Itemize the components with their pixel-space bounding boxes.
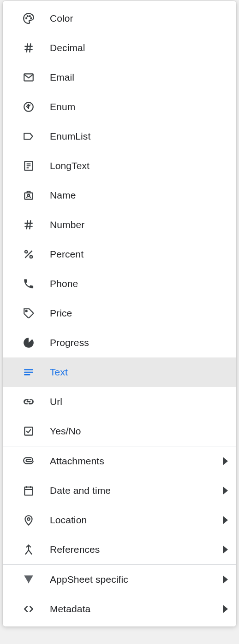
menu-item-text[interactable]: Text [3,357,236,387]
link-icon [21,394,36,409]
badge-icon [21,188,36,203]
svg-line-6 [27,43,28,53]
chevron-right-icon [223,545,228,554]
svg-point-32 [27,518,30,520]
menu-item-color[interactable]: Color [3,4,236,33]
menu-item-phone[interactable]: Phone [3,269,236,299]
svg-line-20 [25,251,32,258]
svg-point-22 [30,256,32,258]
svg-rect-28 [24,487,32,495]
menu-item-yesno[interactable]: Yes/No [3,416,236,446]
menu-item-references[interactable]: References [3,535,236,564]
envelope-icon [21,70,36,85]
appsheet-icon [21,572,36,587]
menu-item-enum[interactable]: Enum [3,92,236,122]
svg-rect-27 [24,427,32,435]
menu-item-label: Number [50,219,228,230]
chevron-right-icon [223,605,228,613]
svg-line-19 [30,220,30,229]
menu-item-number[interactable]: Number [3,210,236,240]
menu-item-metadata[interactable]: Metadata [3,594,236,624]
menu-item-label: Attachments [50,456,223,467]
svg-point-1 [27,16,28,17]
chevron-right-icon [223,575,228,584]
phone-icon [21,276,36,291]
menu-item-label: Decimal [50,42,228,53]
type-picker-menu: Color Decimal Email Enum EnumList LongTe… [3,1,236,626]
article-icon [21,158,36,173]
menu-item-price[interactable]: Price [3,299,236,328]
menu-item-appsheet[interactable]: AppSheet specific [3,565,236,594]
palette-icon [21,11,36,26]
menu-item-enumlist[interactable]: EnumList [3,122,236,151]
menu-item-label: Yes/No [50,426,228,437]
menu-item-label: Url [50,396,228,407]
pie-icon [21,335,36,350]
menu-item-name[interactable]: Name [3,181,236,210]
svg-point-21 [25,251,27,253]
percent-icon [21,247,36,262]
menu-item-label: Metadata [50,603,223,615]
menu-item-label: References [50,544,223,555]
menu-item-label: LongText [50,160,228,171]
menu-item-label: Phone [50,278,228,289]
menu-item-label: Text [50,367,228,378]
chevron-right-icon [223,457,228,465]
menu-item-url[interactable]: Url [3,387,236,416]
menu-item-label: EnumList [50,131,228,142]
menu-item-label: AppSheet specific [50,574,223,585]
menu-item-label: Location [50,515,223,526]
svg-point-2 [30,16,30,17]
svg-line-7 [30,43,30,53]
price-tag-icon [21,306,36,321]
svg-point-3 [30,18,31,18]
text-lines-icon [21,365,36,380]
svg-point-15 [28,194,30,196]
tag-outline-icon [21,129,36,144]
menu-item-label: Progress [50,337,228,348]
menu-item-progress[interactable]: Progress [3,328,236,357]
menu-item-attachments[interactable]: Attachments [3,446,236,476]
checkbox-icon [21,424,36,439]
menu-item-location[interactable]: Location [3,505,236,535]
attachment-icon [21,454,36,468]
menu-item-email[interactable]: Email [3,63,236,92]
menu-item-label: Name [50,190,228,201]
chevron-right-icon [223,516,228,524]
menu-item-label: Enum [50,101,228,112]
calendar-icon [21,483,36,498]
svg-line-18 [27,220,28,229]
menu-item-label: Percent [50,249,228,260]
menu-item-label: Color [50,13,228,24]
location-icon [21,513,36,527]
menu-item-datetime[interactable]: Date and time [3,476,236,505]
hash-icon [21,217,36,232]
svg-point-23 [26,310,27,312]
circle-dot-icon [21,100,36,114]
menu-item-percent[interactable]: Percent [3,240,236,269]
code-icon [21,602,36,616]
menu-item-label: Email [50,72,228,83]
menu-item-decimal[interactable]: Decimal [3,33,236,63]
chevron-right-icon [223,486,228,495]
menu-item-label: Date and time [50,485,223,496]
menu-item-label: Price [50,308,228,319]
hash-icon [21,41,36,55]
merge-icon [21,542,36,557]
menu-item-longtext[interactable]: LongText [3,151,236,181]
svg-point-0 [26,18,27,18]
